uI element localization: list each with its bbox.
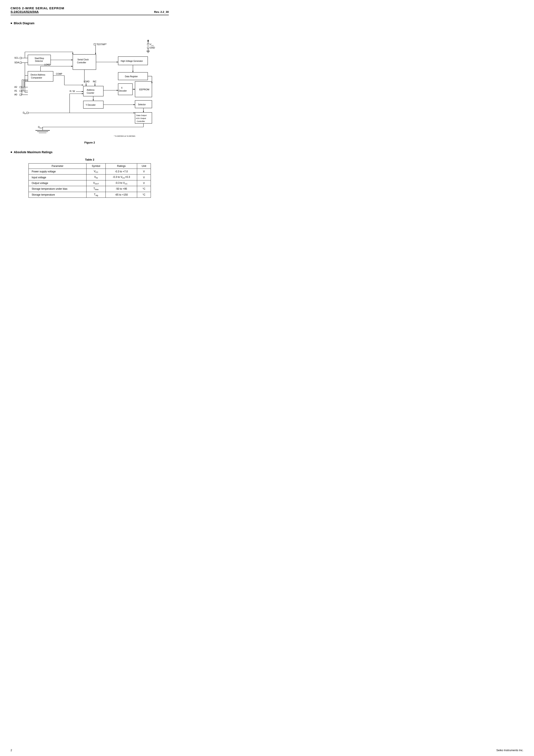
svg-text:Selector: Selector	[138, 103, 146, 106]
svg-text:Serial Clock: Serial Clock	[77, 59, 89, 61]
svg-rect-18	[28, 71, 53, 81]
svg-rect-22	[20, 86, 21, 88]
svg-text:LOAD: LOAD	[84, 80, 90, 83]
svg-text:A1: A1	[14, 90, 17, 92]
header-title-line1: CMOS 2-WIRE SERIAL EEPROM	[11, 6, 169, 10]
svg-rect-8	[20, 62, 21, 64]
svg-text:EEPROM: EEPROM	[139, 88, 149, 91]
header-model: S-24C01A/02A/04A	[11, 10, 39, 14]
svg-text:Controller: Controller	[77, 61, 86, 64]
svg-text:ACK Output: ACK Output	[136, 117, 146, 120]
table-row: Power supply voltage VCC -0.3 to +7.0 V	[29, 169, 151, 175]
svg-text:*   S-24C02A or S-24C04A: * S-24C02A or S-24C04A	[114, 135, 135, 137]
svg-text:Address: Address	[87, 89, 94, 91]
svg-text:SCL: SCL	[14, 57, 19, 59]
svg-text:High-Voltage Generator: High-Voltage Generator	[121, 60, 143, 62]
block-diagram: SCL SDA Start/Stop Detector Device Addre…	[11, 29, 175, 139]
svg-text:LOAD: LOAD	[44, 64, 50, 66]
svg-rect-93	[27, 112, 28, 114]
table-row: Storage temperature under bias Tbias -50…	[29, 186, 151, 192]
symbol-vout: VOUT	[87, 180, 106, 186]
svg-text:A0: A0	[14, 93, 17, 96]
table-label: Table 2	[11, 158, 169, 161]
table-row: Storage temperature Tstg -65 to +150 °C	[29, 192, 151, 198]
unit-v3: V	[137, 180, 151, 186]
rating-vcc: -0.3 to +7.0	[105, 169, 137, 175]
rating-tstg: -65 to +150	[105, 192, 137, 198]
page-header: CMOS 2-WIRE SERIAL EEPROM S-24C01A/02A/0…	[11, 6, 169, 15]
svg-text:Y Decoder: Y Decoder	[86, 104, 96, 106]
svg-text:VCC: VCC	[150, 43, 154, 47]
abs-max-heading: Absolute Maximum Ratings	[11, 150, 169, 154]
svg-rect-5	[20, 57, 21, 59]
svg-text:Start/Stop: Start/Stop	[35, 57, 44, 60]
param-power-supply: Power supply voltage	[29, 169, 87, 175]
svg-text:COMP: COMP	[56, 73, 62, 75]
svg-text:IN: IN	[24, 113, 26, 115]
svg-text:Device Address: Device Address	[31, 74, 45, 76]
svg-text:A2: A2	[14, 86, 17, 88]
svg-marker-58	[147, 40, 149, 41]
param-storage-temp: Storage temperature	[29, 192, 87, 198]
block-diagram-svg: SCL SDA Start/Stop Detector Device Addre…	[11, 29, 175, 139]
svg-rect-78	[118, 84, 132, 95]
table-row: Output voltage VOUT -0.3 to VCC V	[29, 180, 151, 186]
rating-tbias: -50 to +95	[105, 186, 137, 192]
symbol-vcc: VCC	[87, 169, 106, 175]
param-storage-temp-bias: Storage temperature under bias	[29, 186, 87, 192]
col-header-parameter: Parameter	[29, 164, 87, 169]
svg-text:Comparator: Comparator	[31, 77, 42, 79]
svg-rect-52	[94, 43, 95, 45]
block-diagram-heading: Block Diagram	[11, 21, 169, 25]
svg-text:Counter: Counter	[87, 92, 94, 94]
col-header-symbol: Symbol	[87, 164, 106, 169]
svg-text:Controller: Controller	[137, 120, 145, 122]
svg-text:INC: INC	[93, 80, 96, 83]
rating-vout: -0.3 to VCC	[105, 180, 137, 186]
symbol-vin: VIN	[87, 175, 106, 180]
param-output-voltage: Output voltage	[29, 180, 87, 186]
table-row: Input voltage VIN -0.3 to VCC+0.3 V	[29, 175, 151, 180]
symbol-tstg: Tstg	[87, 192, 106, 198]
svg-text:R / W: R / W	[69, 90, 75, 93]
svg-rect-59	[147, 47, 149, 48]
header-revision: Rev. 2.2_30	[154, 10, 169, 14]
unit-c1: °C	[137, 186, 151, 192]
ratings-table-section: Table 2 Parameter Symbol Ratings Unit Po…	[11, 158, 169, 198]
svg-rect-25	[20, 90, 21, 92]
col-header-ratings: Ratings	[105, 164, 137, 169]
svg-rect-28	[20, 94, 21, 95]
svg-text:Data Output: Data Output	[136, 114, 147, 117]
svg-text:Decoder: Decoder	[119, 90, 127, 92]
unit-c2: °C	[137, 192, 151, 198]
svg-text:SDA: SDA	[14, 61, 19, 64]
ratings-table: Parameter Symbol Ratings Unit Power supp…	[29, 163, 151, 198]
svg-text:GND: GND	[150, 46, 155, 49]
param-input-voltage: Input voltage	[29, 175, 87, 180]
unit-v2: V	[137, 175, 151, 180]
svg-text:Data Register: Data Register	[125, 75, 138, 78]
unit-v1: V	[137, 169, 151, 175]
svg-text:TEST/WP*: TEST/WP*	[96, 43, 107, 45]
symbol-tbias: Tbias	[87, 186, 106, 192]
col-header-unit: Unit	[137, 164, 151, 169]
svg-text:Detector: Detector	[35, 60, 43, 62]
rating-vin: -0.3 to VCC+0.3	[105, 175, 137, 180]
svg-text:X: X	[121, 87, 122, 89]
svg-rect-71	[83, 86, 103, 96]
figure-label: Figure 2	[11, 141, 169, 144]
svg-rect-55	[147, 43, 149, 45]
